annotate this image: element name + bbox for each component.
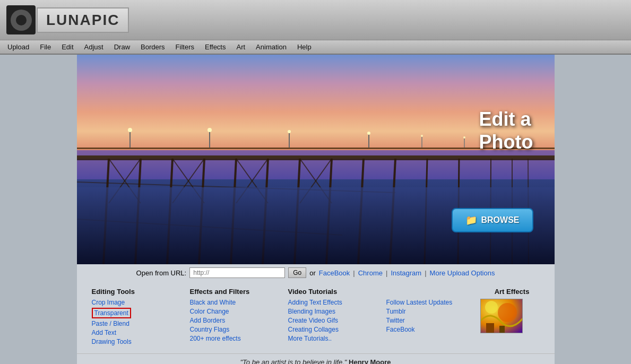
- link-add-borders[interactable]: Add Borders: [190, 317, 280, 324]
- link-tumblr[interactable]: Tumblr: [386, 308, 476, 315]
- nav-filters[interactable]: Filters: [170, 41, 200, 53]
- nav-borders[interactable]: Borders: [135, 41, 170, 53]
- link-crop-image[interactable]: Crop Image: [92, 299, 181, 306]
- nav-edit[interactable]: Edit: [56, 41, 79, 53]
- link-twitter[interactable]: Twitter: [386, 317, 476, 324]
- url-input[interactable]: [189, 267, 285, 278]
- hero-edit-text: Edit aPhoto: [479, 108, 533, 153]
- browse-button[interactable]: BROWSE: [452, 208, 533, 232]
- svg-rect-1: [77, 159, 555, 160]
- nav-draw[interactable]: Draw: [109, 41, 135, 53]
- art-effects-heading: Art Effects: [480, 288, 544, 296]
- navbar: Upload File Edit Adjust Draw Borders Fil…: [0, 40, 631, 55]
- footer-col-editing-heading: Editing Tools: [92, 288, 181, 296]
- logo-text[interactable]: LUNAPIC: [37, 7, 129, 33]
- footer-col-social: Follow Lastest Updates Tumblr Twitter Fa…: [382, 288, 480, 347]
- nav-animation[interactable]: Animation: [250, 41, 292, 53]
- link-facebook[interactable]: FaceBook: [386, 326, 476, 333]
- link-collages[interactable]: Creating Collages: [288, 326, 378, 333]
- nav-file[interactable]: File: [34, 41, 56, 53]
- url-separator-0: or: [309, 269, 316, 277]
- link-more-tutorials[interactable]: More Tutorials..: [288, 335, 378, 342]
- link-add-text[interactable]: Add Text: [92, 329, 181, 336]
- svg-point-35: [367, 132, 370, 135]
- logo-container: LUNAPIC: [6, 5, 129, 34]
- art-effects-thumbnail[interactable]: [480, 299, 523, 333]
- link-follow-updates[interactable]: Follow Lastest Updates: [386, 299, 476, 306]
- nav-upload[interactable]: Upload: [2, 41, 34, 53]
- svg-point-39: [463, 136, 465, 138]
- footer-col-video-heading: Video Tutorials: [288, 288, 378, 296]
- logo-icon: [6, 5, 36, 34]
- nav-adjust[interactable]: Adjust: [79, 41, 109, 53]
- footer-col-social-heading: [386, 288, 476, 296]
- sep-1: |: [353, 269, 355, 277]
- link-transparent[interactable]: Transparent: [92, 308, 131, 318]
- instagram-link[interactable]: Instagram: [391, 269, 421, 277]
- svg-point-31: [208, 128, 212, 132]
- link-adding-text[interactable]: Adding Text Effects: [288, 299, 378, 306]
- footer-col-editing: Editing Tools Crop Image Transparent Pas…: [88, 288, 186, 347]
- hero-image: Edit aPhoto BROWSE: [77, 55, 555, 264]
- nav-effects[interactable]: Effects: [200, 41, 231, 53]
- link-more-effects[interactable]: 200+ more effects: [190, 335, 280, 342]
- quote-author: Henry Moore: [349, 358, 391, 364]
- nav-help[interactable]: Help: [292, 41, 317, 53]
- footer-col-effects-heading: Effects and Filters: [190, 288, 280, 296]
- svg-point-37: [421, 135, 423, 137]
- main-content: Edit aPhoto BROWSE Open from URL: Go or …: [0, 55, 631, 364]
- facebook-link[interactable]: FaceBook: [319, 269, 350, 277]
- svg-rect-0: [77, 155, 555, 159]
- url-label: Open from URL:: [136, 269, 187, 277]
- pier-svg: [77, 55, 555, 264]
- link-bw[interactable]: Black and White: [190, 299, 280, 306]
- more-upload-link[interactable]: More Upload Options: [430, 269, 495, 277]
- quote-text: "To be an artist is to believe in life.": [240, 358, 347, 364]
- quote-section: "To be an artist is to believe in life."…: [77, 353, 555, 364]
- link-paste-blend[interactable]: Paste / Blend: [92, 320, 181, 327]
- link-color-change[interactable]: Color Change: [190, 308, 280, 315]
- footer-col-video: Video Tutorials Adding Text Effects Blen…: [284, 288, 382, 347]
- sep-3: |: [425, 269, 426, 277]
- link-country-flags[interactable]: Country Flags: [190, 326, 280, 333]
- link-drawing-tools[interactable]: Drawing Tools: [92, 338, 181, 345]
- sep-2: |: [386, 269, 387, 277]
- chrome-link[interactable]: Chrome: [358, 269, 383, 277]
- art-effects-section: Art Effects: [480, 288, 544, 347]
- go-button[interactable]: Go: [288, 267, 306, 278]
- header: LUNAPIC: [0, 0, 631, 40]
- nav-art[interactable]: Art: [231, 41, 250, 53]
- url-bar: Open from URL: Go or FaceBook | Chrome |…: [77, 264, 555, 281]
- svg-point-33: [288, 130, 291, 133]
- footer: Editing Tools Crop Image Transparent Pas…: [77, 281, 555, 353]
- link-video-gifs[interactable]: Create Video Gifs: [288, 317, 378, 324]
- link-blending[interactable]: Blending Images: [288, 308, 378, 315]
- svg-point-29: [128, 128, 132, 132]
- footer-col-effects: Effects and Filters Black and White Colo…: [186, 288, 284, 347]
